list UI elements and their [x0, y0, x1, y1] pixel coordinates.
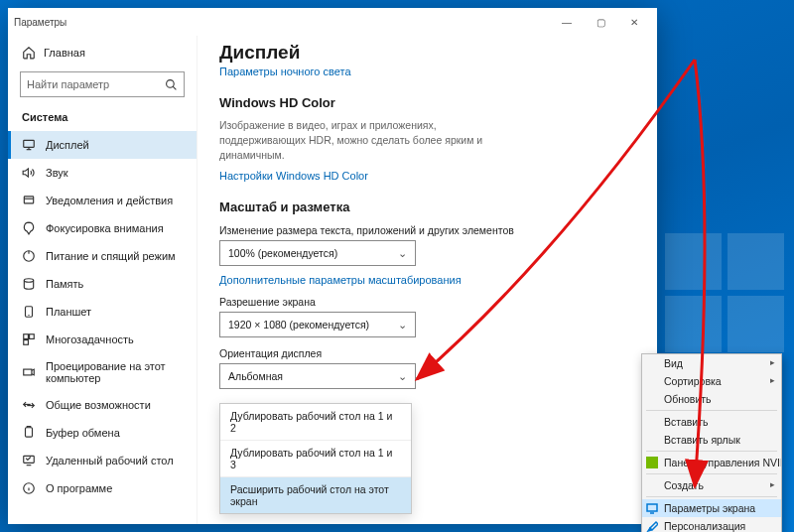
- sidebar-item-label: Уведомления и действия: [46, 195, 173, 206]
- nvidia-icon: [646, 457, 658, 468]
- sidebar-icon: [22, 277, 36, 291]
- context-item-0[interactable]: Вид: [642, 354, 781, 372]
- chevron-down-icon: ⌄: [398, 319, 407, 331]
- night-light-link[interactable]: Параметры ночного света: [219, 66, 635, 77]
- sidebar-item-3[interactable]: Фокусировка внимания: [8, 214, 197, 242]
- multi-option-1[interactable]: Дублировать рабочий стол на 1 и 3: [220, 441, 411, 477]
- context-item-11[interactable]: Параметры экрана: [642, 499, 781, 517]
- context-item-9[interactable]: Создать: [642, 476, 781, 494]
- sidebar-item-1[interactable]: Звук: [8, 159, 197, 187]
- sidebar-item-10[interactable]: Буфер обмена: [8, 419, 197, 447]
- chevron-down-icon: ⌄: [398, 370, 407, 382]
- sidebar-item-6[interactable]: Планшет: [8, 298, 197, 326]
- hd-color-desc: Изображение в видео, играх и приложениях…: [219, 118, 517, 164]
- scale-label: Изменение размера текста, приложений и д…: [219, 224, 635, 236]
- svg-rect-23: [647, 504, 657, 511]
- sidebar-item-5[interactable]: Память: [8, 270, 197, 298]
- sidebar-item-label: Удаленный рабочий стол: [46, 455, 174, 466]
- multi-option-0[interactable]: Дублировать рабочий стол на 1 и 2: [220, 404, 411, 441]
- context-item-4[interactable]: Вставить: [642, 413, 781, 431]
- sidebar-item-label: Буфер обмена: [46, 427, 120, 439]
- resolution-value: 1920 × 1080 (рекомендуется): [228, 319, 369, 331]
- context-item-2[interactable]: Обновить: [642, 390, 781, 408]
- hd-color-heading: Windows HD Color: [219, 95, 635, 110]
- sidebar-icon: [22, 305, 36, 319]
- hd-color-link[interactable]: Настройки Windows HD Color: [219, 170, 635, 182]
- sidebar-item-12[interactable]: О программе: [8, 474, 197, 502]
- sidebar-item-label: Звук: [46, 167, 68, 179]
- scale-advanced-link[interactable]: Дополнительные параметры масштабирования: [219, 274, 635, 286]
- sidebar-item-label: Питание и спящий режим: [46, 250, 176, 262]
- orientation-label: Ориентация дисплея: [219, 347, 635, 359]
- content-pane: Дисплей Параметры ночного света Windows …: [198, 36, 657, 524]
- sidebar: Главная Найти параметр Система ДисплейЗв…: [8, 36, 198, 524]
- titlebar[interactable]: Параметры — ▢ ✕: [8, 8, 657, 36]
- sidebar-item-4[interactable]: Питание и спящий режим: [8, 242, 197, 270]
- context-item-7[interactable]: Панель управления NVIDIA: [642, 454, 781, 471]
- sidebar-item-label: Дисплей: [46, 139, 89, 151]
- chevron-down-icon: ⌄: [398, 247, 407, 259]
- svg-point-10: [24, 279, 33, 283]
- svg-rect-2: [24, 140, 35, 147]
- sidebar-item-9[interactable]: Общие возможности: [8, 391, 197, 419]
- context-item-label: Вид: [664, 357, 683, 369]
- context-item-label: Вставить ярлык: [664, 434, 740, 446]
- context-item-label: Персонализация: [664, 520, 745, 532]
- svg-rect-22: [646, 457, 658, 468]
- settings-window: Параметры — ▢ ✕ Главная Найти параметр: [8, 8, 657, 524]
- search-placeholder: Найти параметр: [27, 78, 109, 90]
- brush-icon: [646, 520, 658, 532]
- resolution-select[interactable]: 1920 × 1080 (рекомендуется) ⌄: [219, 312, 416, 337]
- context-item-12[interactable]: Персонализация: [642, 517, 781, 532]
- sidebar-icon: [22, 454, 36, 467]
- sidebar-item-label: О программе: [46, 482, 112, 494]
- context-item-1[interactable]: Сортировка: [642, 372, 781, 390]
- svg-rect-6: [24, 197, 33, 203]
- context-item-label: Создать: [664, 479, 704, 491]
- sidebar-item-0[interactable]: Дисплей: [8, 131, 197, 159]
- multi-option-2[interactable]: Расширить рабочий стол на этот экран: [220, 477, 411, 513]
- minimize-button[interactable]: —: [550, 8, 584, 36]
- resolution-label: Разрешение экрана: [219, 296, 635, 308]
- sidebar-item-label: Общие возможности: [46, 399, 151, 411]
- scale-select[interactable]: 100% (рекомендуется) ⌄: [219, 240, 416, 266]
- svg-rect-13: [24, 334, 29, 339]
- display-icon: [646, 502, 658, 514]
- home-icon: [22, 46, 36, 60]
- sidebar-icon: [22, 221, 36, 235]
- desktop-context-menu[interactable]: ВидСортировкаОбновитьВставитьВставить яр…: [641, 353, 782, 532]
- sidebar-section: Система: [8, 107, 197, 131]
- sidebar-item-11[interactable]: Удаленный рабочий стол: [8, 447, 197, 474]
- sidebar-item-label: Проецирование на этот компьютер: [46, 360, 183, 384]
- context-item-label: Панель управления NVIDIA: [664, 457, 781, 468]
- sidebar-home-label: Главная: [44, 47, 85, 59]
- svg-line-1: [173, 86, 176, 89]
- sidebar-item-8[interactable]: Проецирование на этот компьютер: [8, 353, 197, 391]
- sidebar-icon: [22, 481, 36, 495]
- scale-value: 100% (рекомендуется): [228, 247, 337, 259]
- sidebar-icon: [22, 166, 36, 180]
- search-icon: [164, 77, 178, 91]
- sidebar-item-label: Многозадачность: [46, 333, 134, 345]
- sidebar-item-2[interactable]: Уведомления и действия: [8, 187, 197, 214]
- sidebar-item-7[interactable]: Многозадачность: [8, 326, 197, 353]
- page-title: Дисплей: [219, 42, 635, 64]
- scale-heading: Масштаб и разметка: [219, 200, 635, 214]
- svg-rect-17: [26, 428, 33, 437]
- close-button[interactable]: ✕: [617, 8, 651, 36]
- maximize-button[interactable]: ▢: [584, 8, 617, 36]
- sidebar-icon: [22, 332, 36, 346]
- multi-display-dropdown[interactable]: Дублировать рабочий стол на 1 и 2Дублиро…: [219, 403, 412, 514]
- orientation-select[interactable]: Альбомная ⌄: [219, 363, 416, 389]
- search-input[interactable]: Найти параметр: [20, 71, 185, 97]
- desktop-win-logo: [665, 233, 784, 352]
- svg-rect-15: [24, 340, 29, 345]
- window-title: Параметры: [14, 17, 66, 28]
- sidebar-home[interactable]: Главная: [8, 40, 197, 66]
- svg-marker-5: [23, 169, 28, 177]
- orientation-value: Альбомная: [228, 370, 283, 382]
- sidebar-icon: [22, 426, 36, 440]
- context-item-label: Вставить: [664, 416, 709, 428]
- context-item-5[interactable]: Вставить ярлык: [642, 431, 781, 449]
- sidebar-item-label: Память: [46, 278, 83, 290]
